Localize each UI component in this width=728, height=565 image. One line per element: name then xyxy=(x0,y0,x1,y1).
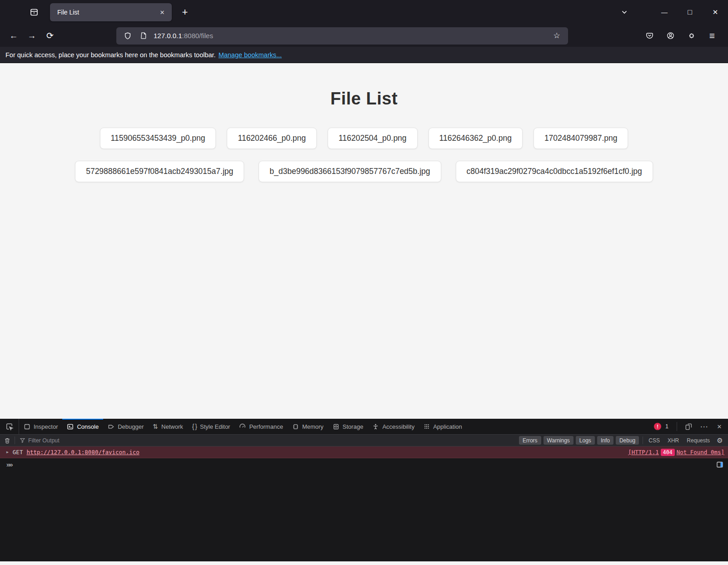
devtools-panel: Inspector Console Debugger ⇅ xyxy=(0,419,728,565)
console-icon xyxy=(67,423,74,430)
error-badge-icon[interactable]: ! xyxy=(654,423,661,430)
file-button[interactable]: 1702484079987.png xyxy=(534,128,628,149)
file-button[interactable]: 5729888661e597f0841acb2493015a7.jpg xyxy=(75,161,244,182)
application-icon xyxy=(424,423,430,430)
maximize-button[interactable]: □ xyxy=(677,0,703,25)
inspector-icon xyxy=(24,423,30,430)
separator xyxy=(643,436,643,444)
forward-button[interactable]: → xyxy=(23,27,41,45)
tab-network[interactable]: ⇅ Network xyxy=(148,419,187,434)
file-button[interactable]: b_d3be996d8366153f9079857767c7ed5b.jpg xyxy=(259,161,441,182)
separator xyxy=(677,422,677,431)
shield-icon[interactable] xyxy=(121,29,135,43)
console-settings-button[interactable]: ⚙ xyxy=(714,436,725,445)
filter-xhr-button[interactable]: XHR xyxy=(668,437,679,444)
performance-icon xyxy=(239,423,246,430)
bottom-edge xyxy=(0,561,728,565)
firefox-view-icon xyxy=(30,8,39,17)
tab-close-icon[interactable]: ✕ xyxy=(156,6,168,18)
tab-label: Style Editor xyxy=(200,423,230,430)
file-button[interactable]: 116202504_p0.png xyxy=(328,128,418,149)
file-button[interactable]: 116202466_p0.png xyxy=(227,128,317,149)
chevron-down-icon xyxy=(621,9,628,16)
node-picker-icon xyxy=(5,422,14,431)
reload-button[interactable]: ⟳ xyxy=(41,27,59,45)
toolbar-right: ≡ xyxy=(641,27,723,45)
filter-errors-button[interactable]: Errors xyxy=(519,436,541,445)
filter-icon xyxy=(20,437,25,443)
tab-performance[interactable]: Performance xyxy=(234,419,287,434)
account-button[interactable] xyxy=(662,27,679,45)
tab-label: Memory xyxy=(302,423,324,430)
memory-icon xyxy=(292,423,299,430)
storage-icon xyxy=(333,423,339,430)
tab-application[interactable]: Application xyxy=(419,419,467,434)
style-editor-icon: { } xyxy=(192,423,197,430)
tab-style-editor[interactable]: { } Style Editor xyxy=(188,419,235,434)
tab-debugger[interactable]: Debugger xyxy=(103,419,148,434)
devtools-menu-button[interactable]: ⋯ xyxy=(697,420,711,433)
log-url-link[interactable]: http://127.0.0.1:8080/favicon.ico xyxy=(26,449,139,456)
separator xyxy=(15,436,15,444)
file-row-2: 5729888661e597f0841acb2493015a7.jpg b_d3… xyxy=(0,161,728,182)
tab-accessibility[interactable]: Accessibility xyxy=(368,419,419,434)
manage-bookmarks-link[interactable]: Manage bookmarks... xyxy=(219,51,282,59)
console-input-row[interactable]: »» xyxy=(0,458,728,471)
filter-requests-button[interactable]: Requests xyxy=(687,437,710,444)
page-content: File List 115906553453439_p0.png 1162024… xyxy=(0,63,728,419)
tab-label: Storage xyxy=(343,423,364,430)
filter-logs-button[interactable]: Logs xyxy=(576,436,595,445)
close-devtools-button[interactable]: ✕ xyxy=(713,420,726,433)
back-button[interactable]: ← xyxy=(5,27,23,45)
url-path: :8080/files xyxy=(182,32,213,40)
window-controls: — □ ✕ xyxy=(652,0,728,25)
file-button[interactable]: 1162646362_p0.png xyxy=(429,128,523,149)
trash-icon xyxy=(4,437,10,444)
menu-button[interactable]: ≡ xyxy=(703,27,721,45)
responsive-design-icon xyxy=(685,423,693,431)
filter-debug-button[interactable]: Debug xyxy=(616,436,639,445)
tab-label: Application xyxy=(433,423,462,430)
bookmarks-message-text: For quick access, place your bookmarks h… xyxy=(5,51,216,59)
extensions-button[interactable] xyxy=(683,27,700,45)
bookmark-star-icon[interactable]: ☆ xyxy=(550,29,563,43)
status-code-badge: 404 xyxy=(661,449,675,456)
tab-memory[interactable]: Memory xyxy=(288,419,328,434)
url-bar[interactable]: 127.0.0.1:8080/files ☆ xyxy=(116,27,568,45)
list-all-tabs-button[interactable] xyxy=(615,5,633,20)
new-tab-button[interactable]: + xyxy=(177,5,193,20)
filter-warnings-button[interactable]: Warnings xyxy=(544,436,573,445)
console-prompt-icon: »» xyxy=(6,461,12,468)
filter-info-button[interactable]: Info xyxy=(597,436,613,445)
tab-label: Accessibility xyxy=(382,423,414,430)
split-console-button[interactable] xyxy=(716,461,723,468)
tab-storage[interactable]: Storage xyxy=(328,419,368,434)
tab-label: Inspector xyxy=(34,423,58,430)
log-method: GET xyxy=(13,449,23,456)
bookmarks-toolbar-message: For quick access, place your bookmarks h… xyxy=(0,47,728,63)
devtools-toolbar-right: ! 1 ⋯ ✕ xyxy=(654,419,728,434)
firefox-view-button[interactable] xyxy=(25,4,43,21)
minimize-button[interactable]: — xyxy=(652,0,677,25)
clear-console-button[interactable] xyxy=(0,437,15,444)
responsive-design-button[interactable] xyxy=(682,420,695,433)
pick-element-button[interactable] xyxy=(0,419,19,434)
pocket-button[interactable] xyxy=(641,27,658,45)
log-status-prefix: [HTTP/1.1 xyxy=(628,449,659,456)
expand-arrow-icon[interactable]: ▶ xyxy=(6,450,9,454)
filter-output-input[interactable] xyxy=(28,437,519,444)
tab-inspector[interactable]: Inspector xyxy=(19,419,62,434)
close-window-button[interactable]: ✕ xyxy=(703,0,728,25)
filter-css-button[interactable]: CSS xyxy=(648,437,660,444)
browser-tab[interactable]: File List ✕ xyxy=(50,3,172,21)
error-count: 1 xyxy=(665,423,668,430)
file-button[interactable]: c804f319ac29f0279ca4c0dbcc1a5192f6ef1cf0… xyxy=(456,161,653,182)
tab-console[interactable]: Console xyxy=(62,419,103,434)
browser-window: File List ✕ + — □ ✕ ← → ⟳ xyxy=(0,0,728,565)
page-info-icon[interactable] xyxy=(136,29,150,43)
console-log-row[interactable]: ▶ GET http://127.0.0.1:8080/favicon.ico … xyxy=(0,446,728,458)
url-text[interactable]: 127.0.0.1:8080/files xyxy=(154,32,548,40)
console-empty-area[interactable] xyxy=(0,471,728,561)
file-button[interactable]: 115906553453439_p0.png xyxy=(100,128,216,149)
tab-bar: File List ✕ + — □ ✕ xyxy=(0,0,728,25)
